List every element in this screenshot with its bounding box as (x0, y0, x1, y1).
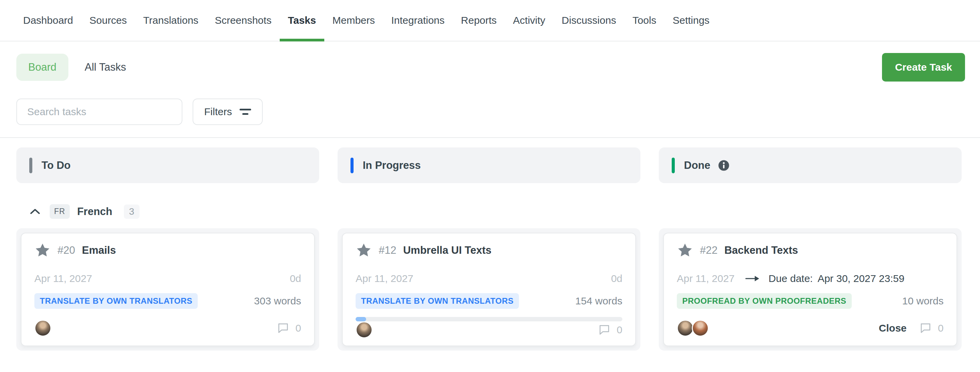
card-badge-row: PROOFREAD BY OWN PROOFREADERS 10 words (677, 293, 943, 309)
status-column-headers: To Do In Progress Done (16, 147, 962, 183)
due-date-label: Due date: (769, 273, 813, 284)
section-divider (0, 137, 980, 138)
comment-icon[interactable] (276, 321, 290, 335)
avatar[interactable] (677, 320, 694, 337)
task-duration: 0d (290, 273, 301, 284)
column-header-done[interactable]: Done (659, 147, 962, 183)
avatar[interactable] (692, 320, 709, 337)
close-task-button[interactable]: Close (879, 322, 907, 334)
todo-status-bar (29, 158, 32, 173)
card-footer: Close 0 (677, 320, 943, 337)
task-title: Umbrella UI Texts (403, 244, 492, 256)
task-count-badge: 3 (124, 204, 140, 219)
nav-tab-sources[interactable]: Sources (81, 0, 135, 41)
collapse-chevron-up-icon[interactable] (29, 207, 41, 216)
comment-count: 0 (617, 324, 622, 336)
nav-tab-discussions[interactable]: Discussions (554, 0, 624, 41)
task-card-20[interactable]: #20 Emails Apr 11, 2027 0d TRANSLATE BY … (21, 233, 315, 346)
nav-tab-reports[interactable]: Reports (453, 0, 505, 41)
filter-icon (240, 109, 251, 115)
progress-bar (356, 317, 622, 321)
in-progress-status-bar (350, 158, 353, 173)
search-input[interactable] (16, 98, 182, 125)
task-card-22[interactable]: #22 Backend Texts Apr 11, 2027 Due date:… (663, 233, 957, 346)
todo-column-label: To Do (41, 159, 71, 172)
task-title: Emails (82, 244, 116, 256)
all-tasks-view-button[interactable]: All Tasks (85, 61, 126, 73)
column-header-todo[interactable]: To Do (16, 147, 319, 183)
avatar[interactable] (356, 321, 372, 338)
comment-icon[interactable] (919, 321, 932, 335)
language-code-badge: FR (50, 204, 70, 219)
done-column-label: Done (684, 159, 711, 172)
card-badge-row: TRANSLATE BY OWN TRANSLATORS 303 words (34, 293, 301, 309)
nav-tab-tasks[interactable]: Tasks (280, 0, 324, 41)
nav-tab-activity[interactable]: Activity (505, 0, 554, 41)
card-footer: 0 (34, 320, 301, 337)
assignee-avatars (677, 320, 709, 337)
nav-tab-members[interactable]: Members (324, 0, 383, 41)
card-date-row: Apr 11, 2027 0d (34, 273, 301, 284)
language-name: French (77, 206, 112, 218)
active-tab-underline (280, 39, 324, 41)
star-icon[interactable] (677, 242, 693, 258)
task-type-badge: TRANSLATE BY OWN TRANSLATORS (34, 293, 198, 309)
task-duration: 0d (611, 273, 622, 284)
star-icon[interactable] (356, 242, 372, 258)
card-badge-row: TRANSLATE BY OWN TRANSLATORS 154 words (356, 293, 622, 309)
nav-tab-translations[interactable]: Translations (135, 0, 207, 41)
star-icon[interactable] (34, 242, 51, 258)
task-date: Apr 11, 2027 (34, 273, 92, 284)
comment-count: 0 (938, 322, 943, 334)
word-count: 10 words (902, 295, 943, 307)
task-type-badge: TRANSLATE BY OWN TRANSLATORS (356, 293, 519, 309)
in-progress-column-label: In Progress (363, 159, 421, 172)
task-id: #22 (700, 244, 718, 256)
arrow-right-icon (745, 274, 760, 283)
kanban-board: #20 Emails Apr 11, 2027 0d TRANSLATE BY … (16, 228, 962, 351)
in-progress-column: #12 Umbrella UI Texts Apr 11, 2027 0d TR… (337, 228, 640, 351)
comment-icon[interactable] (598, 323, 611, 337)
avatar[interactable] (34, 320, 51, 337)
card-date-row: Apr 11, 2027 Due date: Apr 30, 2027 23:5… (677, 273, 943, 284)
info-icon[interactable] (718, 160, 730, 171)
assignee-avatars (34, 320, 51, 337)
task-date: Apr 11, 2027 (677, 273, 735, 284)
card-title-row: #22 Backend Texts (677, 242, 943, 258)
create-task-button[interactable]: Create Task (882, 53, 965, 82)
comment-count: 0 (295, 322, 301, 334)
board-view-button[interactable]: Board (16, 54, 68, 81)
search-row: Filters (16, 98, 980, 125)
nav-tab-screenshots[interactable]: Screenshots (207, 0, 280, 41)
top-nav: Dashboard Sources Translations Screensho… (0, 0, 980, 41)
task-id: #12 (379, 244, 396, 256)
card-date-row: Apr 11, 2027 0d (356, 273, 622, 284)
task-type-badge: PROOFREAD BY OWN PROOFREADERS (677, 293, 852, 309)
nav-tab-tasks-label: Tasks (288, 14, 316, 26)
language-group-row: FR French 3 (29, 204, 980, 219)
task-date: Apr 11, 2027 (356, 273, 414, 284)
nav-tab-dashboard[interactable]: Dashboard (15, 0, 81, 41)
filters-label: Filters (204, 106, 232, 117)
task-card-12[interactable]: #12 Umbrella UI Texts Apr 11, 2027 0d TR… (342, 233, 636, 346)
due-date-value: Apr 30, 2027 23:59 (818, 273, 904, 284)
done-status-bar (672, 158, 675, 173)
card-footer: 0 (356, 321, 622, 338)
assignee-avatars (356, 321, 372, 338)
card-title-row: #20 Emails (34, 242, 301, 258)
progress-bar-fill (356, 317, 366, 321)
word-count: 303 words (254, 295, 301, 307)
nav-tab-integrations[interactable]: Integrations (383, 0, 453, 41)
task-title: Backend Texts (724, 244, 798, 256)
filters-button[interactable]: Filters (192, 98, 263, 125)
todo-column: #20 Emails Apr 11, 2027 0d TRANSLATE BY … (16, 228, 319, 351)
column-header-in-progress[interactable]: In Progress (337, 147, 640, 183)
task-id: #20 (57, 244, 75, 256)
nav-tab-settings[interactable]: Settings (665, 0, 718, 41)
nav-tab-tools[interactable]: Tools (624, 0, 665, 41)
done-column: #22 Backend Texts Apr 11, 2027 Due date:… (659, 228, 962, 351)
view-toolbar: Board All Tasks Create Task (16, 53, 965, 82)
card-title-row: #12 Umbrella UI Texts (356, 242, 622, 258)
word-count: 154 words (576, 295, 622, 307)
